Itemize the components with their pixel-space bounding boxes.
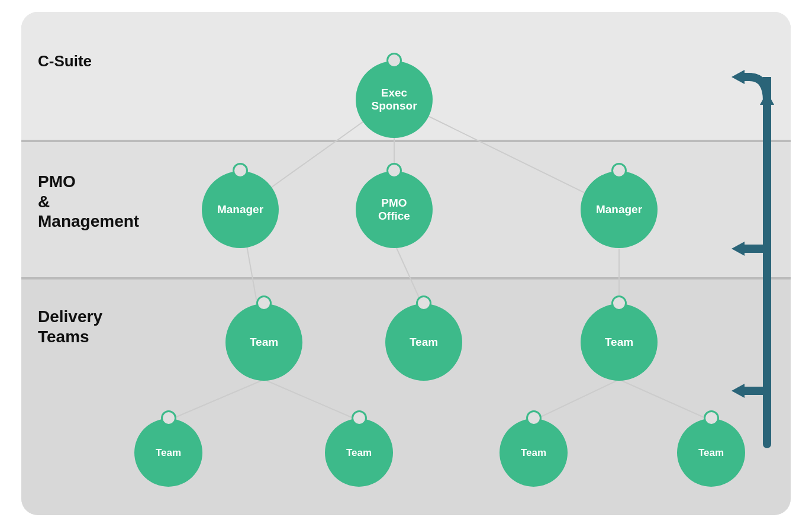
node-team-4: Team xyxy=(134,419,202,487)
node-manager-left: Manager xyxy=(202,171,279,248)
node-exec-sponsor: Exec Sponsor xyxy=(356,61,433,138)
node-team-1: Team xyxy=(225,304,302,381)
node-team-6-label: Team xyxy=(521,447,546,459)
node-exec-sponsor-label: Exec Sponsor xyxy=(371,86,417,113)
svg-marker-12 xyxy=(732,242,745,256)
diagram-container: C-Suite PMO & Management Delivery Teams xyxy=(21,12,791,515)
node-team-3: Team xyxy=(581,304,658,381)
label-delivery: Delivery Teams xyxy=(38,307,102,346)
node-team-7-label: Team xyxy=(698,447,724,459)
node-team-2-label: Team xyxy=(410,336,438,349)
label-csuite: C-Suite xyxy=(38,52,92,70)
node-team-2: Team xyxy=(385,304,462,381)
node-team-1-label: Team xyxy=(250,336,278,349)
bracket-arrows xyxy=(732,41,785,491)
node-manager-right: Manager xyxy=(581,171,658,248)
node-team-4-label: Team xyxy=(156,447,181,459)
diagram-wrapper: C-Suite PMO & Management Delivery Teams xyxy=(0,0,812,527)
node-team-3-label: Team xyxy=(605,336,633,349)
node-pmo-office-label: PMO Office xyxy=(378,197,410,223)
node-manager-right-label: Manager xyxy=(596,203,642,216)
svg-marker-10 xyxy=(732,70,745,84)
node-team-6: Team xyxy=(500,419,568,487)
node-pmo-office: PMO Office xyxy=(356,171,433,248)
node-team-5-label: Team xyxy=(346,447,372,459)
node-team-5: Team xyxy=(325,419,393,487)
node-manager-left-label: Manager xyxy=(217,203,263,216)
label-pmo: PMO & Management xyxy=(38,172,139,232)
svg-marker-13 xyxy=(732,384,745,398)
